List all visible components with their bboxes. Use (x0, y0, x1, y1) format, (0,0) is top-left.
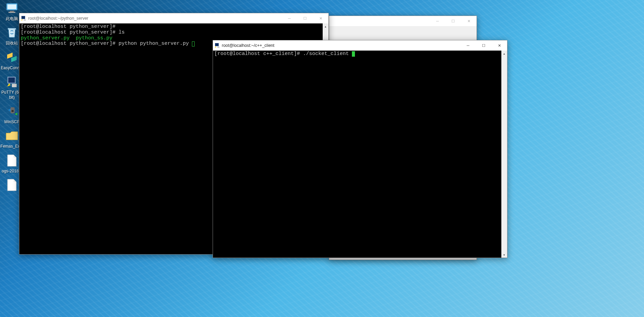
svg-rect-9 (12, 110, 14, 112)
svg-rect-1 (7, 4, 16, 9)
prompt: [root@localhost python_server]# (21, 24, 119, 30)
prompt: [root@localhost c++_client]# (214, 51, 303, 57)
easyconnect-icon (5, 51, 19, 64)
window-title: root@localhost:~/c++_client (221, 43, 460, 48)
scrollbar[interactable]: ▴ ▾ (501, 51, 507, 258)
close-button[interactable]: ✕ (461, 16, 477, 26)
prompt: [root@localhost python_server]# (21, 30, 119, 35)
putty-icon (5, 75, 19, 89)
cursor-icon (352, 51, 355, 57)
scroll-down-icon[interactable]: ▾ (501, 252, 507, 258)
winscp-icon (5, 105, 19, 118)
file-listing: python_server.py python_ss.py (21, 35, 112, 41)
svg-rect-2 (10, 11, 14, 12)
close-button[interactable]: ✕ (313, 13, 328, 23)
svg-rect-11 (22, 16, 25, 19)
scroll-up-icon[interactable]: ▴ (323, 23, 328, 29)
prompt: [root@localhost python_server]# (21, 41, 119, 46)
terminal-output[interactable]: [root@localhost c++_client]# ./socket_cl… (213, 51, 501, 258)
folder-icon (5, 129, 19, 143)
command-text: python python_server.py (119, 41, 192, 46)
recycle-bin-icon (5, 26, 19, 39)
minimize-button[interactable]: ─ (430, 16, 445, 26)
minimize-button[interactable]: ─ (460, 40, 476, 51)
svg-rect-15 (217, 46, 219, 48)
maximize-button[interactable]: ☐ (297, 13, 313, 23)
putty-window-cpp-client[interactable]: root@localhost:~/c++_client ─ ☐ ✕ [root@… (213, 40, 507, 258)
putty-icon (19, 16, 28, 21)
file-icon (5, 154, 19, 167)
scroll-track[interactable] (501, 56, 507, 252)
maximize-button[interactable]: ☐ (476, 40, 491, 51)
svg-rect-4 (8, 28, 16, 30)
svg-rect-3 (8, 12, 15, 13)
maximize-button[interactable]: ☐ (445, 16, 461, 26)
svg-rect-6 (8, 78, 15, 82)
close-button[interactable]: ✕ (491, 40, 507, 51)
window-title: root@localhost:~/python_server (28, 16, 282, 21)
command-text: ls (119, 30, 125, 35)
svg-rect-7 (12, 84, 17, 87)
titlebar[interactable]: root@localhost:~/c++_client ─ ☐ ✕ (213, 40, 507, 51)
scroll-up-icon[interactable]: ▴ (501, 51, 507, 56)
cursor-icon (192, 41, 195, 46)
svg-rect-12 (24, 19, 26, 21)
svg-rect-14 (215, 43, 218, 46)
command-text: ./socket_client (303, 51, 352, 57)
titlebar[interactable]: root@localhost:~/python_server ─ ☐ ✕ (19, 13, 328, 23)
computer-icon (5, 1, 19, 15)
putty-icon (213, 43, 221, 48)
titlebar[interactable]: ─ ☐ ✕ (329, 16, 477, 26)
file-icon (5, 178, 19, 192)
minimize-button[interactable]: ─ (282, 13, 297, 23)
